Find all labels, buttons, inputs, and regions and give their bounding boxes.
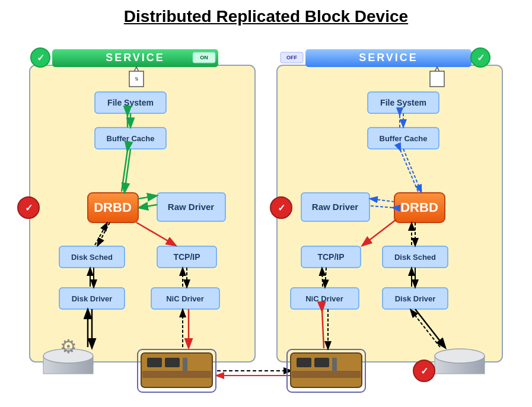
svg-text:⇅: ⇅	[135, 77, 139, 82]
svg-text:Disk Driver: Disk Driver	[72, 294, 113, 303]
page-wrapper: Distributed Replicated Block Device ✓ SE…	[0, 0, 532, 31]
svg-rect-80	[292, 371, 361, 378]
svg-rect-69	[147, 358, 162, 367]
svg-point-84	[435, 349, 485, 363]
main-diagram: ✓ SERVICE ON OFF SERVICE ✓	[0, 33, 532, 407]
svg-text:Disk Driver: Disk Driver	[395, 294, 436, 303]
svg-text:ON: ON	[200, 55, 208, 61]
svg-rect-28	[430, 71, 444, 87]
svg-text:File System: File System	[107, 98, 154, 107]
svg-text:OFF: OFF	[286, 55, 297, 61]
svg-text:Buffer Cache: Buffer Cache	[107, 134, 155, 143]
svg-text:Disk Sched: Disk Sched	[394, 253, 436, 262]
svg-text:Raw Driver: Raw Driver	[168, 202, 215, 212]
svg-text:SERVICE: SERVICE	[359, 52, 418, 63]
svg-text:Disk Sched: Disk Sched	[71, 253, 113, 262]
svg-text:✓: ✓	[477, 53, 485, 63]
svg-text:NiC Driver: NiC Driver	[305, 294, 343, 303]
page-title: Distributed Replicated Block Device	[0, 0, 532, 31]
svg-text:Raw Driver: Raw Driver	[312, 202, 359, 212]
svg-text:✓: ✓	[420, 366, 428, 376]
svg-text:File System: File System	[380, 98, 426, 107]
svg-text:DRBD: DRBD	[400, 200, 438, 215]
svg-text:TCP/IP: TCP/IP	[173, 252, 200, 262]
svg-text:✓: ✓	[37, 53, 44, 63]
svg-text:SERVICE: SERVICE	[106, 52, 165, 63]
svg-text:NiC Driver: NiC Driver	[166, 294, 204, 303]
svg-rect-79	[332, 358, 337, 372]
svg-rect-77	[297, 358, 311, 367]
svg-rect-70	[165, 358, 180, 367]
svg-rect-71	[183, 358, 187, 372]
svg-text:TCP/IP: TCP/IP	[317, 252, 344, 262]
svg-text:DRBD: DRBD	[94, 200, 132, 215]
svg-text:⚙: ⚙	[60, 336, 77, 357]
svg-rect-78	[314, 358, 329, 367]
svg-rect-72	[142, 371, 211, 378]
svg-text:✓: ✓	[25, 203, 33, 213]
svg-text:✓: ✓	[278, 203, 285, 213]
svg-text:Buffer Cache: Buffer Cache	[380, 134, 428, 143]
